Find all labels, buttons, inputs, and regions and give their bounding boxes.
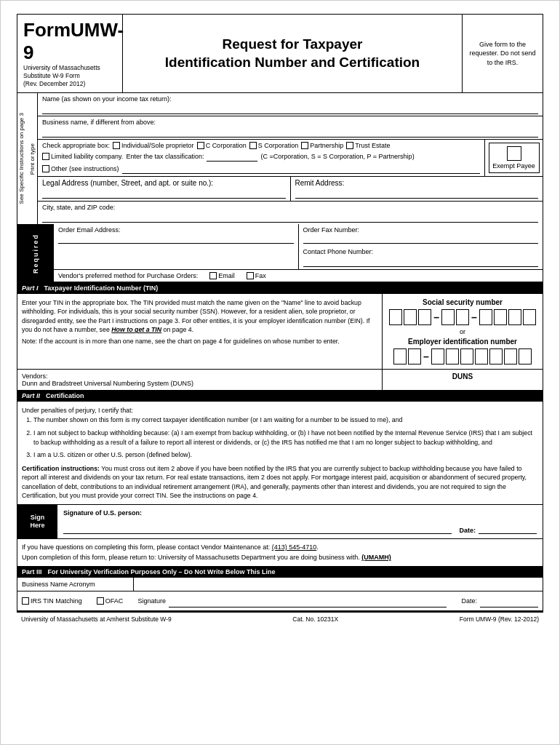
business-name-input[interactable] [42, 127, 538, 138]
remit-address-input[interactable] [295, 188, 539, 199]
purchase-orders-label: Vendor's preferred method for Purchase O… [58, 272, 198, 279]
name-input[interactable] [42, 104, 538, 114]
checkbox-row: Check appropriate box: Individual/Sole p… [42, 142, 480, 149]
llc-label: Limited liability company. [51, 153, 123, 160]
ein-box-1[interactable] [393, 348, 407, 364]
s-corp-checkbox[interactable]: S Corporation [249, 142, 299, 149]
city-row: City, state, and ZIP code: [38, 202, 543, 224]
email-checkbox[interactable]: Email [209, 272, 235, 279]
ssn-box-9[interactable] [523, 309, 536, 325]
how-to-get-tin: How to get a TIN [111, 326, 161, 333]
ein-box-3[interactable] [431, 348, 444, 364]
contact-phone-label: Contact Phone Number: [303, 248, 374, 255]
ein-box-7[interactable] [489, 348, 503, 364]
trust-estate-box[interactable] [346, 142, 353, 149]
exempt-checkbox[interactable] [507, 146, 521, 161]
ein-box-6[interactable] [475, 348, 488, 364]
part3-date-label: Date: [461, 597, 477, 605]
irs-tin-box[interactable] [22, 597, 29, 605]
form-body: Print or type See Specific Instructions … [17, 93, 543, 612]
order-fax-input[interactable] [303, 234, 539, 244]
footer-left: University of Massachusetts at Amherst S… [21, 615, 172, 623]
legal-address-input[interactable] [42, 188, 286, 199]
part1-header: Part I Taxpayer Identification Number (T… [17, 283, 543, 294]
other-checkbox[interactable]: Other (see instructions) [42, 165, 119, 172]
llc-box[interactable] [42, 153, 49, 160]
part3-date-input[interactable] [480, 594, 538, 607]
part3-signature-input[interactable] [169, 594, 447, 607]
date-input[interactable] [479, 519, 537, 534]
remit-address-label: Remit Address: [295, 179, 345, 187]
part3-header: Part III For University Verification Pur… [17, 567, 543, 578]
exempt-payee-box: Exempt Payee [489, 143, 540, 173]
email-box[interactable] [209, 272, 217, 279]
ssn-box-7[interactable] [494, 309, 507, 325]
fax-box[interactable] [247, 272, 254, 279]
s-corp-box[interactable] [249, 142, 257, 149]
ein-dash: – [423, 351, 429, 362]
form-header: FormUMW-9 University of Massachusetts Su… [17, 14, 543, 93]
individual-box[interactable] [113, 142, 120, 149]
ein-boxes: – [387, 348, 538, 364]
date-label: Date: [459, 527, 476, 534]
umamh-text: (UMAMH) [361, 554, 391, 561]
sign-here-text: Sign Here [30, 514, 44, 530]
cert-item1: The number shown on this form is my corr… [33, 415, 538, 425]
llc-checkbox[interactable]: Limited liability company. [42, 153, 123, 160]
print-type-content: Name (as shown on your income tax return… [38, 93, 543, 224]
trust-estate-checkbox[interactable]: Trust Estate [346, 142, 390, 149]
irs-tin-checkbox[interactable]: IRS TIN Matching [22, 597, 82, 605]
name-row: Name (as shown on your income tax return… [38, 93, 543, 116]
ein-box-9[interactable] [519, 348, 532, 364]
ein-label: Employer identification number [387, 338, 538, 346]
signature-input[interactable] [63, 519, 452, 534]
ssn-box-2[interactable] [404, 309, 417, 325]
partnership-box[interactable] [301, 142, 308, 149]
ssn-box-4[interactable] [441, 309, 455, 325]
exempt-payee-area: Exempt Payee [484, 140, 543, 176]
ofac-box[interactable] [97, 597, 104, 605]
check-box-content: Check appropriate box: Individual/Sole p… [38, 140, 484, 176]
ssn-box-6[interactable] [479, 309, 492, 325]
ein-box-2[interactable] [408, 348, 421, 364]
form-id-section: FormUMW-9 University of Massachusetts Su… [17, 15, 123, 92]
part3-signature-label: Signature [137, 597, 166, 605]
individual-label: Individual/Sole proprietor [121, 142, 194, 149]
ssn-box-5[interactable] [456, 309, 469, 325]
ofac-checkbox[interactable]: OFAC [97, 597, 124, 605]
other-box[interactable] [42, 165, 49, 172]
bna-input[interactable] [134, 578, 543, 591]
form-label: FormUMW-9 [23, 19, 116, 64]
sign-content: Signature of U.S. person: Date: [57, 505, 543, 538]
city-input[interactable] [42, 212, 538, 223]
llc-row: Limited liability company. Enter the tax… [42, 151, 480, 162]
give-form-section: Give form to the requester. Do not send … [463, 15, 543, 92]
ein-box-4[interactable] [446, 348, 459, 364]
ein-box-8[interactable] [504, 348, 517, 364]
form-title-section: Request for Taxpayer Identification Numb… [123, 15, 463, 92]
partnership-checkbox[interactable]: Partnership [301, 142, 343, 149]
exempt-label: Exempt Payee [492, 162, 535, 170]
ein-box-5[interactable] [460, 348, 473, 364]
or-text: or [387, 328, 538, 335]
ssn-box-1[interactable] [389, 309, 402, 325]
c-corp-checkbox[interactable]: C Corporation [197, 142, 247, 149]
contact-phone-input[interactable] [303, 257, 539, 267]
ssn-box-3[interactable] [418, 309, 431, 325]
ssn-box-8[interactable] [508, 309, 521, 325]
tin-section: Enter your TIN in the appropriate box. T… [17, 294, 543, 370]
order-email-input[interactable] [58, 234, 294, 244]
certification-section: Under penalties of perjury, I certify th… [17, 402, 543, 505]
tin-note: Note: If the account is in more than one… [22, 337, 377, 346]
c-corp-box[interactable] [197, 142, 204, 149]
cert-instructions-label: Certification instructions: [22, 465, 100, 472]
llc-input[interactable] [207, 151, 257, 162]
specific-instructions-label: See Specific Instructions on page 3 [19, 113, 25, 204]
other-input[interactable] [122, 164, 480, 174]
required-section: Required Order Email Address: Order Fax … [17, 224, 543, 283]
ssn-group1 [389, 309, 431, 325]
give-form-text: Give form to the requester. Do not send … [468, 40, 537, 68]
individual-checkbox[interactable]: Individual/Sole proprietor [113, 142, 194, 149]
fax-checkbox[interactable]: Fax [247, 272, 266, 279]
bna-label: Business Name Acronym [17, 578, 134, 591]
